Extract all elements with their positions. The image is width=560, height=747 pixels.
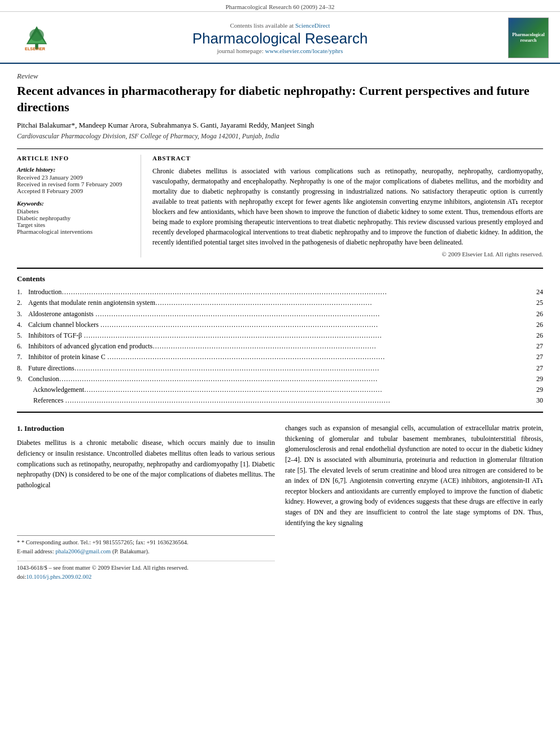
keywords-title: Keywords: bbox=[17, 200, 132, 207]
review-label: Review bbox=[17, 72, 543, 81]
contents-item-1: Introduction…………………………………………………………………………… bbox=[28, 287, 526, 298]
contents-section: Contents 1. Introduction…………………………………………… bbox=[17, 268, 543, 413]
contents-page-9: 29 bbox=[526, 374, 543, 385]
contents-page-1: 24 bbox=[526, 287, 543, 298]
keywords-group: Keywords: Diabetes Diabetic nephropathy … bbox=[17, 200, 132, 235]
history-title: Article history: bbox=[17, 166, 132, 173]
homepage-label: journal homepage: bbox=[217, 47, 264, 54]
keyword-2: Diabetic nephropathy bbox=[17, 215, 132, 221]
email-line: E-mail address: phala2006@gmail.com (P. … bbox=[17, 547, 275, 556]
contents-num-1: 1. bbox=[17, 287, 28, 298]
journal-header-center: Contents lists available at ScienceDirec… bbox=[62, 22, 498, 54]
contents-available-text: Contents lists available at bbox=[230, 22, 294, 29]
contents-page-6: 27 bbox=[526, 341, 543, 352]
contents-num-9: 9. bbox=[17, 374, 28, 385]
contents-item-ref: References ……………………………………………………………………………… bbox=[28, 395, 526, 406]
contents-row-6: 6. Inhibitors of advanced glycation end … bbox=[17, 341, 543, 352]
affiliation: Cardiovascular Pharmacology Division, IS… bbox=[17, 132, 543, 141]
contents-item-8: Future directions……………………………………………………………… bbox=[28, 363, 526, 374]
abstract-text: Chronic diabetes mellitus is associated … bbox=[152, 166, 543, 247]
contents-row-ref: References ……………………………………………………………………………… bbox=[17, 395, 543, 406]
contents-page-2: 25 bbox=[526, 298, 543, 308]
accepted-date: Accepted 8 February 2009 bbox=[17, 187, 132, 194]
contents-num-6: 6. bbox=[17, 341, 28, 352]
contents-item-2: Agents that modulate renin angiotensin s… bbox=[28, 298, 526, 308]
contents-num-3: 3. bbox=[17, 309, 28, 320]
doi-link[interactable]: 10.1016/j.phrs.2009.02.002 bbox=[26, 574, 91, 580]
body-text-area: 1. Introduction Diabetes mellitus is a c… bbox=[17, 423, 543, 584]
contents-row-ack: Acknowledgement…………………………………………………………………… bbox=[17, 385, 543, 395]
authors: Pitchai Balakumar*, Mandeep Kumar Arora,… bbox=[17, 121, 543, 130]
contents-row-7: 7. Inhibitor of protein kinase C …………………… bbox=[17, 352, 543, 362]
abstract-label: ABSTRACT bbox=[152, 155, 543, 161]
contents-page-5: 26 bbox=[526, 330, 543, 341]
contents-page-ref: 30 bbox=[526, 395, 543, 406]
contents-page-3: 26 bbox=[526, 309, 543, 320]
keyword-1: Diabetes bbox=[17, 208, 132, 215]
body-col-left: 1. Introduction Diabetes mellitus is a c… bbox=[17, 423, 275, 584]
cover-label: Pharmacologicalresearch bbox=[512, 32, 544, 43]
footnote-area: * * Corresponding author. Tel.: +91 9815… bbox=[17, 535, 275, 584]
contents-num-4: 4. bbox=[17, 320, 28, 330]
body-text-col1: Diabetes mellitus is a chronic metabolic… bbox=[17, 438, 275, 490]
contents-item-4: Calcium channel blockers ………………………………………… bbox=[28, 320, 526, 330]
contents-num-5: 5. bbox=[17, 330, 28, 341]
article-info-label: ARTICLE INFO bbox=[17, 155, 132, 161]
elsevier-tree-icon: ELSEVIER bbox=[20, 24, 54, 52]
main-content-area: Review Recent advances in pharmacotherap… bbox=[0, 64, 560, 595]
contents-row-2: 2. Agents that modulate renin angiotensi… bbox=[17, 298, 543, 308]
contents-num-ref bbox=[17, 395, 28, 406]
received-date: Received 23 January 2009 bbox=[17, 174, 132, 181]
issn-text: 1043-6618/$ – see front matter © 2009 El… bbox=[17, 563, 275, 573]
contents-row-3: 3. Aldosterone antagonists …………………………………… bbox=[17, 309, 543, 320]
contents-item-5: Inhibitors of TGF-β ……………………………………………………… bbox=[28, 330, 526, 341]
article-title: Recent advances in pharmacotherapy for d… bbox=[17, 83, 543, 115]
journal-volume-bar: Pharmacological Research 60 (2009) 24–32 bbox=[0, 0, 560, 12]
contents-page-7: 27 bbox=[526, 352, 543, 362]
journal-homepage: journal homepage: www.elsevier.com/locat… bbox=[62, 47, 498, 54]
journal-title: Pharmacological Research bbox=[62, 30, 498, 47]
contents-num-8: 8. bbox=[17, 363, 28, 374]
email-suffix: (P. Balakumar). bbox=[112, 548, 150, 554]
journal-cover-area: Pharmacologicalresearch bbox=[498, 18, 549, 58]
contents-page-4: 26 bbox=[526, 320, 543, 330]
contents-item-7: Inhibitor of protein kinase C …………………………… bbox=[28, 352, 526, 362]
contents-page-8: 27 bbox=[526, 363, 543, 374]
contents-num-2: 2. bbox=[17, 298, 28, 308]
email-label: E-mail address: bbox=[17, 548, 54, 554]
svg-text:ELSEVIER: ELSEVIER bbox=[25, 46, 46, 51]
body-col-right: changes such as expansion of mesangial c… bbox=[285, 423, 543, 584]
email-link[interactable]: phala2006@gmail.com bbox=[55, 548, 111, 554]
elsevier-logo: ELSEVIER bbox=[11, 24, 62, 52]
contents-item-6: Inhibitors of advanced glycation end pro… bbox=[28, 341, 526, 352]
body-text-col2: changes such as expansion of mesangial c… bbox=[285, 423, 543, 528]
article-info-column: ARTICLE INFO Article history: Received 2… bbox=[17, 155, 141, 257]
article-history-group: Article history: Received 23 January 200… bbox=[17, 166, 132, 194]
sciencedirect-link[interactable]: ScienceDirect bbox=[295, 22, 330, 29]
contents-num-ack bbox=[17, 385, 28, 395]
contents-page-ack: 29 bbox=[526, 385, 543, 395]
svg-point-3 bbox=[29, 29, 43, 41]
keyword-4: Pharmacological interventions bbox=[17, 228, 132, 235]
contents-num-7: 7. bbox=[17, 352, 28, 362]
section1-title: 1. Introduction bbox=[17, 423, 275, 434]
journal-cover-thumbnail: Pharmacologicalresearch bbox=[508, 18, 549, 58]
journal-volume-text: Pharmacological Research 60 (2009) 24–32 bbox=[225, 3, 334, 10]
contents-row-8: 8. Future directions……………………………………………………… bbox=[17, 363, 543, 374]
journal-header: ELSEVIER Contents lists available at Sci… bbox=[0, 12, 560, 64]
contents-row-1: 1. Introduction…………………………………………………………………… bbox=[17, 287, 543, 298]
contents-row-9: 9. Conclusion………………………………………………………………………… bbox=[17, 374, 543, 385]
copyright-text: © 2009 Elsevier Ltd. All rights reserved… bbox=[152, 251, 543, 257]
contents-row-5: 5. Inhibitors of TGF-β ……………………………………………… bbox=[17, 330, 543, 341]
elsevier-logo-area: ELSEVIER bbox=[11, 24, 62, 52]
footnote-star-text: * * Corresponding author. Tel.: +91 9815… bbox=[17, 538, 275, 547]
keyword-3: Target sites bbox=[17, 221, 132, 228]
footnote-asterisk: * bbox=[17, 539, 21, 545]
article-info-abstract-section: ARTICLE INFO Article history: Received 2… bbox=[17, 148, 543, 257]
abstract-column: ABSTRACT Chronic diabetes mellitus is as… bbox=[152, 155, 543, 257]
homepage-link[interactable]: www.elsevier.com/locate/yphrs bbox=[265, 47, 343, 54]
received-revised-date: Received in revised form 7 February 2009 bbox=[17, 181, 132, 187]
contents-link: Contents lists available at ScienceDirec… bbox=[62, 22, 498, 29]
contents-item-ack: Acknowledgement…………………………………………………………………… bbox=[28, 385, 526, 395]
doi-label: doi: bbox=[17, 574, 26, 580]
